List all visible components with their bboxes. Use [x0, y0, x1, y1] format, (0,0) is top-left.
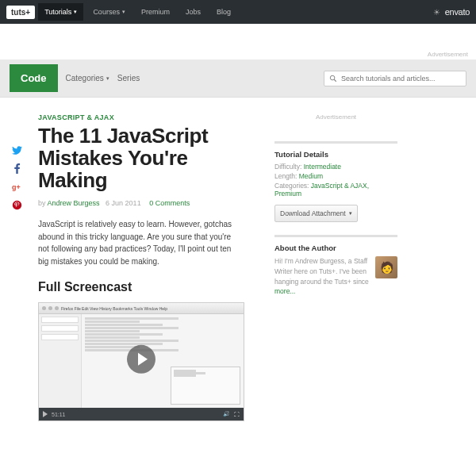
- top-ad-space: Advertisement: [0, 24, 476, 60]
- file-item: [41, 317, 79, 323]
- code-line: [85, 343, 163, 345]
- article-date: 6 Jun 2011: [106, 199, 141, 207]
- volume-icon[interactable]: 🔊: [223, 411, 230, 417]
- top-nav-left: tuts+ Tutorials▾ Courses▾ Premium Jobs B…: [6, 3, 237, 21]
- nav-jobs[interactable]: Jobs: [179, 3, 207, 21]
- file-item: [41, 325, 79, 332]
- nav-label: Blog: [217, 8, 231, 16]
- file-item: [41, 334, 79, 340]
- detail-key: Categories:: [274, 182, 309, 190]
- section-tag-code[interactable]: Code: [10, 64, 58, 92]
- tutorial-details-panel: Tutorial Details Difficulty: Intermediat…: [274, 141, 397, 222]
- categories-dropdown[interactable]: Categories▾: [66, 74, 109, 83]
- ad-label: Advertisement: [274, 113, 397, 121]
- window-dot-icon: [48, 306, 52, 310]
- series-link[interactable]: Series: [117, 74, 140, 83]
- editor-sidebar: [39, 314, 82, 408]
- search-input[interactable]: [341, 75, 461, 83]
- code-line: [85, 324, 163, 326]
- code-line: [85, 321, 140, 323]
- article-category[interactable]: JAVASCRIPT & AJAX: [38, 113, 260, 121]
- browser-menu-label: Firefox File Edit View History Bookmarks…: [61, 306, 167, 311]
- top-nav-right: ☀ envato: [433, 7, 470, 17]
- main-content: g+ JAVASCRIPT & AJAX The 11 JavaScript M…: [0, 98, 476, 429]
- chevron-down-icon: ▾: [74, 9, 77, 15]
- chevron-down-icon: ▾: [106, 75, 109, 82]
- nav-label: Tutorials: [44, 8, 71, 16]
- about-body: Hi! I'm Andrew Burgess, a Staff Writer h…: [274, 256, 397, 297]
- about-text: Hi! I'm Andrew Burgess, a Staff Writer h…: [274, 256, 370, 297]
- categories-label: Categories: [66, 74, 104, 83]
- pinterest-icon[interactable]: [12, 200, 22, 210]
- tutorial-details-heading: Tutorial Details: [274, 150, 397, 159]
- video-time: 51:11: [52, 412, 66, 417]
- nav-label: Courses: [93, 8, 120, 16]
- detail-key: Difficulty:: [274, 163, 301, 171]
- about-text-content: Hi! I'm Andrew Burgess, a Staff Writer h…: [274, 257, 369, 286]
- screencast-video[interactable]: Firefox File Edit View History Bookmarks…: [38, 302, 244, 421]
- googleplus-icon[interactable]: g+: [12, 182, 22, 192]
- logo-plus: +: [25, 8, 30, 17]
- ad-label: Advertisement: [428, 51, 468, 58]
- fullscreen-icon[interactable]: ⛶: [234, 412, 240, 417]
- play-button[interactable]: [127, 345, 155, 374]
- console-line: [174, 374, 196, 377]
- dev-console: [171, 367, 240, 405]
- section-bar: Code Categories▾ Series: [0, 60, 476, 98]
- screencast-body: [39, 314, 244, 408]
- download-attachment-button[interactable]: Download Attachment ▾: [274, 205, 358, 222]
- author-avatar[interactable]: 🧑: [375, 256, 397, 278]
- code-line: [85, 340, 178, 342]
- code-line: [85, 330, 140, 332]
- detail-row: Categories: JavaScript & AJAX, Premium: [274, 182, 397, 198]
- sun-icon[interactable]: ☀: [433, 8, 440, 17]
- chevron-down-icon: ▾: [122, 9, 125, 15]
- svg-line-1: [334, 79, 336, 82]
- nav-label: Jobs: [186, 8, 201, 16]
- detail-val: Intermediate: [304, 163, 341, 171]
- search-icon: [329, 75, 337, 83]
- detail-key: Length:: [274, 172, 297, 180]
- screencast-heading: Full Screencast: [38, 280, 260, 294]
- nav-premium[interactable]: Premium: [135, 3, 176, 21]
- envato-brand[interactable]: envato: [445, 7, 470, 17]
- download-label: Download Attachment: [280, 209, 346, 217]
- browser-chrome: Firefox File Edit View History Bookmarks…: [39, 303, 244, 314]
- article-title: The 11 JavaScript Mistakes You're Making: [38, 125, 260, 191]
- play-icon[interactable]: [43, 411, 48, 417]
- nav-tutorials[interactable]: Tutorials▾: [38, 3, 83, 21]
- article-byline: by Andrew Burgess 6 Jun 2011 0 Comments: [38, 199, 260, 207]
- about-author-panel: About the Author Hi! I'm Andrew Burgess,…: [274, 235, 397, 297]
- search-box[interactable]: [324, 71, 466, 86]
- search-wrap: [324, 71, 466, 86]
- nav-blog[interactable]: Blog: [210, 3, 237, 21]
- about-heading: About the Author: [274, 244, 397, 252]
- share-column: g+: [10, 113, 24, 421]
- facebook-icon[interactable]: [12, 163, 22, 174]
- code-line: [85, 336, 140, 339]
- nav-courses[interactable]: Courses▾: [86, 3, 132, 21]
- chevron-down-icon: ▾: [349, 210, 352, 217]
- nav-label: Premium: [141, 8, 170, 16]
- sidebar-column: Advertisement Tutorial Details Difficult…: [274, 113, 397, 421]
- code-line: [85, 317, 178, 320]
- article-column: JAVASCRIPT & AJAX The 11 JavaScript Mist…: [38, 113, 260, 421]
- site-logo[interactable]: tuts+: [6, 6, 35, 19]
- window-dot-icon: [42, 306, 46, 310]
- logo-text: tuts: [11, 8, 25, 17]
- code-line: [85, 333, 163, 336]
- svg-text:g+: g+: [12, 183, 21, 191]
- top-navbar: tuts+ Tutorials▾ Courses▾ Premium Jobs B…: [0, 0, 476, 24]
- comments-link[interactable]: 0 Comments: [149, 199, 190, 207]
- twitter-icon[interactable]: [12, 145, 22, 155]
- author-link[interactable]: Andrew Burgess: [48, 199, 100, 207]
- window-dot-icon: [55, 306, 59, 310]
- detail-val: Medium: [299, 172, 323, 180]
- video-controls: 51:11 🔊 ⛶: [39, 408, 244, 420]
- svg-point-0: [330, 75, 335, 80]
- more-link[interactable]: more...: [274, 287, 295, 295]
- article-intro: JavaScript is relatively easy to learn. …: [38, 218, 236, 267]
- detail-row: Difficulty: Intermediate: [274, 163, 397, 171]
- code-line: [85, 327, 178, 329]
- detail-row: Length: Medium: [274, 172, 397, 180]
